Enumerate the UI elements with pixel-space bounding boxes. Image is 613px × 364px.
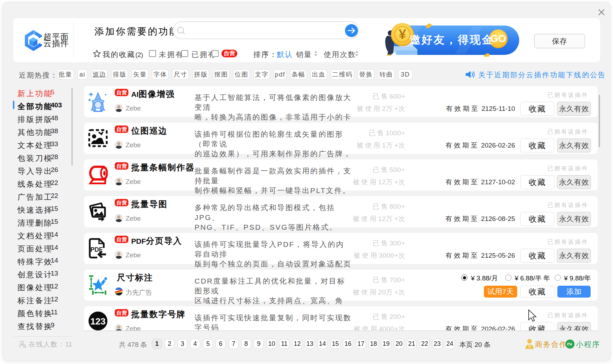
svg-text:¥: ¥ bbox=[399, 27, 406, 42]
svg-text:123: 123 bbox=[90, 316, 105, 327]
svg-text:邀好友，得现金: 邀好友，得现金 bbox=[409, 34, 494, 46]
